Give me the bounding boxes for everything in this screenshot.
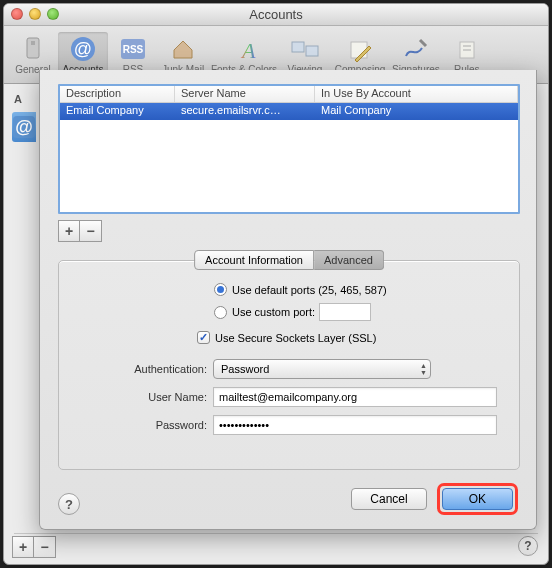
rules-icon — [452, 34, 482, 64]
sidebar-selected-account[interactable]: @ — [12, 112, 36, 142]
default-ports-radio[interactable] — [214, 283, 227, 296]
custom-port-radio[interactable] — [214, 306, 227, 319]
svg-text:A: A — [240, 38, 256, 62]
rss-icon: RSS — [118, 34, 148, 64]
tab-account-information[interactable]: Account Information — [194, 250, 314, 270]
divider — [14, 533, 538, 534]
custom-port-row[interactable]: Use custom port: — [214, 303, 549, 321]
ssl-row[interactable]: ✓ Use Secure Sockets Layer (SSL) — [197, 331, 549, 344]
authentication-value: Password — [221, 363, 269, 375]
password-input[interactable] — [213, 415, 497, 435]
ssl-checkbox[interactable]: ✓ — [197, 331, 210, 344]
cell-description: Email Company — [60, 103, 175, 120]
username-label: User Name: — [59, 391, 207, 403]
sheet-button-row: Cancel OK — [351, 483, 518, 515]
authentication-label: Authentication: — [59, 363, 207, 375]
server-add-remove: + − — [58, 220, 102, 242]
at-icon: @ — [13, 116, 35, 138]
remove-server-button[interactable]: − — [80, 220, 102, 242]
server-list-row[interactable]: Email Company secure.emailsrvr.c… Mail C… — [60, 103, 518, 120]
ok-highlight: OK — [437, 483, 518, 515]
svg-rect-1 — [31, 41, 35, 45]
zoom-window-button[interactable] — [47, 8, 59, 20]
server-settings-panel: Account Information Advanced Use default… — [58, 260, 520, 470]
composing-icon — [345, 34, 375, 64]
authentication-popup[interactable]: Password ▲▼ — [213, 359, 431, 379]
at-icon: @ — [68, 34, 98, 64]
cancel-button-label: Cancel — [370, 492, 407, 506]
chevron-updown-icon: ▲▼ — [420, 362, 427, 376]
custom-port-input[interactable] — [319, 303, 371, 321]
accounts-sidebar: A @ — [12, 92, 36, 142]
default-ports-row[interactable]: Use default ports (25, 465, 587) — [214, 283, 549, 296]
cell-inuseby: Mail Company — [315, 103, 518, 120]
custom-port-label: Use custom port: — [232, 306, 315, 318]
col-inuseby[interactable]: In Use By Account — [315, 86, 518, 102]
fonts-icon: A — [229, 34, 259, 64]
preferences-window: Accounts General @ Accounts RSS RSS Junk… — [3, 3, 549, 565]
accounts-add-remove: + − — [12, 536, 56, 558]
col-description[interactable]: Description — [60, 86, 175, 102]
server-list-header: Description Server Name In Use By Accoun… — [60, 86, 518, 103]
svg-text:RSS: RSS — [123, 44, 144, 55]
svg-text:@: @ — [74, 39, 92, 59]
viewing-icon — [290, 34, 320, 64]
ok-button[interactable]: OK — [442, 488, 513, 510]
server-list[interactable]: Description Server Name In Use By Accoun… — [58, 84, 520, 214]
close-window-button[interactable] — [11, 8, 23, 20]
window-title: Accounts — [249, 7, 302, 22]
settings-tabs: Account Information Advanced — [194, 250, 384, 270]
switch-icon — [18, 34, 48, 64]
add-account-button[interactable]: + — [12, 536, 34, 558]
traffic-lights — [11, 8, 59, 20]
password-label: Password: — [59, 419, 207, 431]
default-ports-label: Use default ports (25, 465, 587) — [232, 284, 387, 296]
username-input[interactable] — [213, 387, 497, 407]
remove-account-button[interactable]: − — [34, 536, 56, 558]
add-server-button[interactable]: + — [58, 220, 80, 242]
svg-rect-7 — [292, 42, 304, 52]
ok-button-label: OK — [469, 492, 486, 506]
col-servername[interactable]: Server Name — [175, 86, 315, 102]
tab-advanced[interactable]: Advanced — [314, 250, 384, 270]
cancel-button[interactable]: Cancel — [351, 488, 426, 510]
sidebar-header: A — [12, 92, 36, 106]
help-button[interactable]: ? — [518, 536, 538, 556]
titlebar: Accounts — [4, 4, 548, 26]
junk-icon — [168, 34, 198, 64]
cell-servername: secure.emailsrvr.c… — [175, 103, 315, 120]
svg-rect-8 — [306, 46, 318, 56]
smtp-server-sheet: Description Server Name In Use By Accoun… — [39, 70, 537, 530]
minimize-window-button[interactable] — [29, 8, 41, 20]
signatures-icon — [401, 34, 431, 64]
sheet-help-button[interactable]: ? — [58, 493, 80, 515]
ssl-label: Use Secure Sockets Layer (SSL) — [215, 332, 376, 344]
